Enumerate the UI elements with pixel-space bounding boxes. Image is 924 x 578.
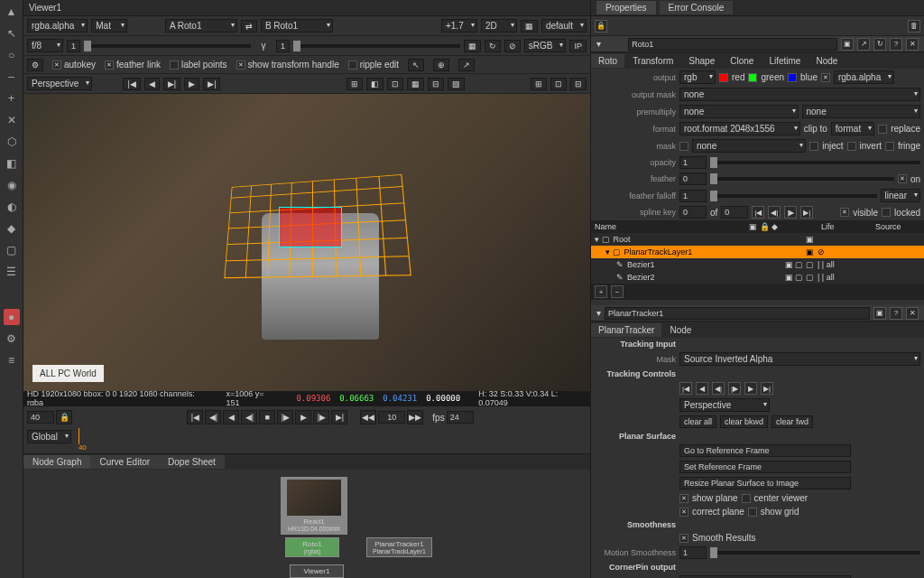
- viewer-canvas[interactable]: ↖ ✎ 〰 ALL PC World: [23, 94, 590, 391]
- lock-button[interactable]: 🔒: [56, 410, 72, 424]
- tree-bezier1-row[interactable]: ✎Bezier1 ▣ ▢ ▢| | all: [591, 258, 924, 271]
- tree-bezier2-row[interactable]: ✎Bezier2 ▣ ▢ ▢| | all: [591, 271, 924, 284]
- mask-dropdown[interactable]: none: [692, 139, 806, 153]
- props-clear-button[interactable]: 🗑: [908, 20, 920, 33]
- inject-check[interactable]: [809, 142, 818, 151]
- tool-cube-icon[interactable]: ◧: [4, 155, 20, 172]
- track-fwd-button[interactable]: ▶: [744, 382, 757, 395]
- roto-close-button[interactable]: ✕: [906, 38, 919, 51]
- props-lock-button[interactable]: 🔒: [595, 20, 607, 33]
- input-a-dropdown[interactable]: A Roto1: [165, 19, 237, 33]
- tool-circle-icon[interactable]: ○: [4, 47, 20, 63]
- falloff-dropdown[interactable]: linear: [881, 189, 920, 202]
- colorspace-dropdown[interactable]: sRGB: [524, 39, 567, 52]
- visible-check[interactable]: ✕: [840, 208, 849, 217]
- tool-dash-icon[interactable]: –: [4, 69, 20, 85]
- node-read[interactable]: Read1 HR13D.04.000###: [281, 477, 347, 535]
- node-planar[interactable]: PlanarTracker1 PlanarTrackLayer1: [366, 537, 432, 557]
- dim-dropdown[interactable]: 2D: [481, 19, 517, 33]
- key-last-button[interactable]: ▶|: [800, 206, 813, 219]
- spline-total[interactable]: 0: [721, 206, 748, 219]
- tree-root-row[interactable]: ▾ ▢Root ▣: [591, 233, 924, 246]
- tab-error-console[interactable]: Error Console: [660, 1, 734, 14]
- prop-tab-clone[interactable]: Clone: [723, 54, 761, 68]
- tool-gear-icon[interactable]: ⚙: [4, 331, 20, 347]
- step-back-button[interactable]: ◀|: [241, 410, 257, 424]
- node-viewer[interactable]: Viewer1: [290, 564, 344, 578]
- tracker-mask-dropdown[interactable]: Source Inverted Alpha: [679, 352, 920, 366]
- roto-gear-button[interactable]: ⚙: [27, 59, 43, 71]
- track-back-button[interactable]: ◀: [696, 382, 708, 395]
- swap-button[interactable]: ⇄: [241, 20, 257, 33]
- timeline-start[interactable]: 40: [27, 411, 54, 424]
- node-roto[interactable]: Roto1 (rgba): [285, 537, 339, 557]
- track-step-fwd-button[interactable]: |▶: [728, 382, 741, 395]
- mask-check[interactable]: [679, 142, 688, 151]
- clip-warn-button[interactable]: ▧: [448, 78, 465, 90]
- tool-cross-icon[interactable]: ✕: [4, 112, 20, 128]
- tool-eye-icon[interactable]: ◐: [4, 199, 20, 215]
- fstop-dropdown[interactable]: f/8: [27, 39, 63, 52]
- opacity-slider[interactable]: [710, 161, 920, 164]
- prop-tab-lifetime[interactable]: Lifetime: [762, 54, 808, 68]
- fringe-check[interactable]: [885, 142, 894, 151]
- prop-tab-node[interactable]: Node: [808, 54, 845, 68]
- clear-fwd-button[interactable]: clear fwd: [772, 415, 813, 428]
- tool-hex-icon[interactable]: ⬡: [4, 134, 20, 150]
- first-frame-button[interactable]: |◀: [187, 410, 203, 424]
- key-next-button[interactable]: |▶: [784, 206, 797, 219]
- tool-plus-icon[interactable]: +: [4, 90, 20, 107]
- gamma-input[interactable]: 1: [276, 40, 290, 52]
- clear-all-button[interactable]: clear all: [679, 415, 716, 428]
- falloff-input[interactable]: 1: [679, 190, 707, 202]
- motion-slider[interactable]: [710, 551, 920, 555]
- prop-tab-roto[interactable]: Roto: [591, 54, 624, 68]
- format-dropdown[interactable]: root.format 2048x1556: [679, 122, 800, 135]
- tab-dope-sheet[interactable]: Dope Sheet: [159, 455, 225, 469]
- roto-tool-1[interactable]: ↖: [408, 59, 424, 71]
- roto-help-button[interactable]: ?: [890, 38, 902, 51]
- perspective-dropdown[interactable]: Perspective: [27, 77, 92, 90]
- track-last-button[interactable]: ▶|: [761, 382, 773, 395]
- guides-2-button[interactable]: ⊡: [550, 78, 567, 90]
- clip-button[interactable]: ▦: [521, 20, 538, 33]
- show-transform-check[interactable]: ✕show transform handle: [236, 60, 339, 70]
- mode-dropdown[interactable]: Mat: [91, 19, 127, 33]
- clear-bkwd-button[interactable]: clear bkwd: [720, 415, 768, 428]
- roi-button[interactable]: ▦: [464, 40, 481, 52]
- key-first-button[interactable]: |◀: [752, 206, 764, 219]
- invert-check[interactable]: [847, 142, 856, 151]
- track-first-button[interactable]: |◀: [679, 382, 692, 395]
- nav-play-button[interactable]: ▶|: [163, 78, 180, 90]
- tab-curve-editor[interactable]: Curve Editor: [90, 455, 159, 469]
- output-mask-dropdown[interactable]: none: [679, 88, 920, 101]
- opacity-input[interactable]: 1: [679, 156, 707, 169]
- prop-tab-transform[interactable]: Transform: [625, 54, 680, 68]
- replace-check[interactable]: [878, 125, 887, 134]
- clip-dropdown[interactable]: format: [831, 122, 874, 135]
- guides-3-button[interactable]: ⊟: [570, 78, 587, 90]
- tool-square-icon[interactable]: ▢: [4, 242, 20, 258]
- fps-input[interactable]: 24: [447, 411, 474, 424]
- skip-fwd-button[interactable]: ▶▶: [407, 410, 423, 424]
- safe-button[interactable]: ⊟: [428, 78, 444, 90]
- play-back-button[interactable]: ◀: [223, 410, 239, 424]
- roto-name-input[interactable]: Roto1: [628, 38, 837, 51]
- roto-center-button[interactable]: ▣: [841, 38, 854, 51]
- tree-planar-row[interactable]: ▾ ▢PlanarTrackLayer1 ▣⊘: [591, 246, 924, 258]
- prev-key-button[interactable]: ◀|: [205, 410, 221, 424]
- roto-tool-3[interactable]: ↗: [458, 59, 475, 71]
- frame-input[interactable]: 1: [67, 40, 80, 52]
- node-graph-canvas[interactable]: Read1 HR13D.04.000### Roto1 (rgba) Plana…: [23, 470, 590, 578]
- alpha-check[interactable]: ✕: [821, 73, 830, 82]
- red-swatch[interactable]: [719, 73, 728, 82]
- blue-swatch[interactable]: [788, 73, 797, 82]
- spline-input[interactable]: 0: [679, 206, 707, 219]
- stop-button[interactable]: ■: [259, 410, 275, 424]
- wipe-button[interactable]: ◧: [366, 78, 383, 90]
- ripple-edit-check[interactable]: ripple edit: [348, 60, 399, 70]
- tool-move-icon[interactable]: ↖: [4, 25, 20, 42]
- roto-tool-2[interactable]: ⊕: [433, 59, 449, 71]
- smooth-check[interactable]: ✕: [679, 534, 688, 543]
- roto-key-button[interactable]: ↗: [857, 38, 870, 51]
